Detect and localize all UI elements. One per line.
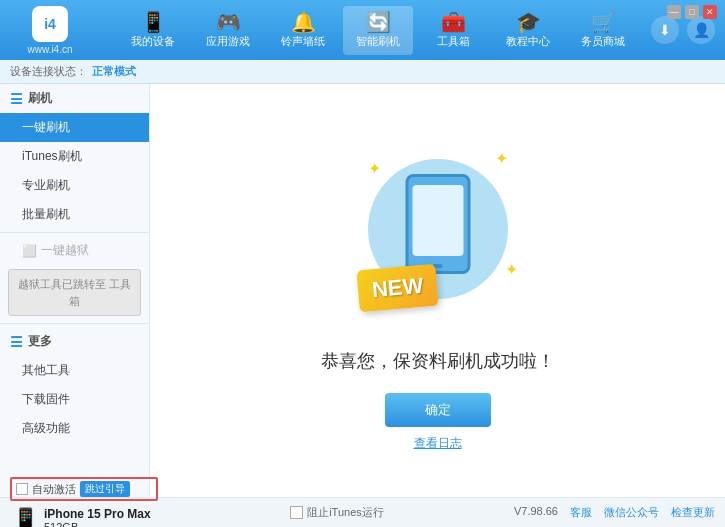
- device-details: iPhone 15 Pro Max 512GB iPhone: [44, 507, 151, 527]
- nav-ringtones-label: 铃声墙纸: [281, 34, 325, 49]
- nav-tutorial-label: 教程中心: [506, 34, 550, 49]
- service-icon: 🛒: [591, 12, 616, 32]
- nav-my-device[interactable]: 📱 我的设备: [118, 6, 188, 55]
- sidebar-more-header: ☰ 更多: [0, 327, 149, 356]
- logo-text: www.i4.cn: [27, 44, 72, 55]
- bottom-right: V7.98.66 客服 微信公众号 检查更新: [514, 505, 715, 520]
- itunes-checkbox[interactable]: [290, 506, 303, 519]
- sidebar-item-batch-flash[interactable]: 批量刷机: [0, 200, 149, 229]
- download-btn[interactable]: ⬇: [651, 16, 679, 44]
- my-device-icon: 📱: [141, 12, 166, 32]
- logo-icon: i4: [32, 6, 68, 42]
- version-label: V7.98.66: [514, 505, 558, 520]
- nav-smart-flash[interactable]: 🔄 智能刷机: [343, 6, 413, 55]
- sidebar-item-other-tools[interactable]: 其他工具: [0, 356, 149, 385]
- success-illustration: ✦ ✦ ✦ NEW: [338, 129, 538, 329]
- nav-tutorial[interactable]: 🎓 教程中心: [493, 6, 563, 55]
- itunes-block: 阻止iTunes运行: [290, 505, 384, 520]
- more-section-label: 更多: [28, 333, 52, 350]
- sparkle-3: ✦: [505, 260, 518, 279]
- main-layout: ☰ 刷机 一键刷机 iTunes刷机 专业刷机 批量刷机 ⬜ 一键越狱 越狱工具…: [0, 84, 725, 497]
- nav-ringtones[interactable]: 🔔 铃声墙纸: [268, 6, 338, 55]
- bottom-left: 自动激活 跳过引导 📱 iPhone 15 Pro Max 512GB iPho…: [10, 477, 160, 527]
- nav-service[interactable]: 🛒 务员商城: [568, 6, 638, 55]
- guide-btn[interactable]: 跳过引导: [80, 481, 130, 497]
- sidebar-item-one-key-flash[interactable]: 一键刷机: [0, 113, 149, 142]
- sidebar-item-pro-flash[interactable]: 专业刷机: [0, 171, 149, 200]
- status-bar: 设备连接状态： 正常模式: [0, 60, 725, 84]
- status-prefix: 设备连接状态：: [10, 64, 87, 79]
- smart-flash-icon: 🔄: [366, 12, 391, 32]
- auto-activate-checkbox[interactable]: [16, 483, 28, 495]
- rescue-disabled-box: 越狱工具已跳转至 工具箱: [8, 269, 141, 316]
- header-right: ⬇ 👤: [651, 16, 715, 44]
- divider-1: [0, 232, 149, 233]
- confirm-button[interactable]: 确定: [385, 393, 491, 427]
- nav-toolbox[interactable]: 🧰 工具箱: [418, 6, 488, 55]
- minimize-button[interactable]: —: [667, 5, 681, 19]
- rescue-disabled-text: 越狱工具已跳转至 工具箱: [18, 278, 131, 307]
- flash-section-label: 刷机: [28, 90, 52, 107]
- itunes-label: 阻止iTunes运行: [307, 505, 384, 520]
- ringtones-icon: 🔔: [291, 12, 316, 32]
- sparkle-2: ✦: [495, 149, 508, 168]
- user-btn[interactable]: 👤: [687, 16, 715, 44]
- bottom-center: 阻止iTunes运行: [160, 505, 514, 520]
- logo-area: i4 www.i4.cn: [10, 6, 90, 55]
- maximize-button[interactable]: □: [685, 5, 699, 19]
- device-storage: 512GB: [44, 521, 151, 527]
- success-message: 恭喜您，保资料刷机成功啦！: [321, 349, 555, 373]
- nav-my-device-label: 我的设备: [131, 34, 175, 49]
- sidebar-flash-header: ☰ 刷机: [0, 84, 149, 113]
- device-phone-icon: 📱: [12, 507, 39, 527]
- link-check-update[interactable]: 检查更新: [671, 505, 715, 520]
- new-badge: NEW: [356, 264, 439, 313]
- auto-activate-label: 自动激活: [32, 482, 76, 497]
- device-info: 📱 iPhone 15 Pro Max 512GB iPhone: [10, 503, 158, 527]
- sidebar-item-advanced[interactable]: 高级功能: [0, 414, 149, 443]
- device-header: 自动激活 跳过引导: [10, 477, 158, 501]
- rescue-label: 一键越狱: [41, 242, 89, 259]
- content-area: ✦ ✦ ✦ NEW 恭喜您，保资料刷机成功啦！ 确定 查看日志: [150, 84, 725, 497]
- sparkle-1: ✦: [368, 159, 381, 178]
- nav-items: 📱 我的设备 🎮 应用游戏 🔔 铃声墙纸 🔄 智能刷机 🧰 工具箱 🎓: [105, 6, 651, 55]
- phone-screen: [412, 185, 463, 256]
- nav-toolbox-label: 工具箱: [437, 34, 470, 49]
- header: i4 www.i4.cn 📱 我的设备 🎮 应用游戏 🔔 铃声墙纸 🔄 智能刷机: [0, 0, 725, 60]
- window-controls: — □ ✕: [667, 5, 717, 19]
- sidebar-item-download-firmware[interactable]: 下载固件: [0, 385, 149, 414]
- close-button[interactable]: ✕: [703, 5, 717, 19]
- sidebar-item-itunes-flash[interactable]: iTunes刷机: [0, 142, 149, 171]
- nav-service-label: 务员商城: [581, 34, 625, 49]
- status-value: 正常模式: [92, 64, 136, 79]
- nav-smart-flash-label: 智能刷机: [356, 34, 400, 49]
- phone-shape: [405, 174, 470, 274]
- divider-2: [0, 323, 149, 324]
- nav-apps-games[interactable]: 🎮 应用游戏: [193, 6, 263, 55]
- tutorial-icon: 🎓: [516, 12, 541, 32]
- link-wechat[interactable]: 微信公众号: [604, 505, 659, 520]
- more-section-icon: ☰: [10, 334, 23, 350]
- link-home[interactable]: 客服: [570, 505, 592, 520]
- apps-games-icon: 🎮: [216, 12, 241, 32]
- rescue-icon: ⬜: [22, 244, 37, 258]
- bottom-bar: 自动激活 跳过引导 📱 iPhone 15 Pro Max 512GB iPho…: [0, 497, 725, 527]
- flash-section-icon: ☰: [10, 91, 23, 107]
- device-area: 自动激活 跳过引导 📱 iPhone 15 Pro Max 512GB iPho…: [10, 477, 158, 527]
- log-link[interactable]: 查看日志: [414, 435, 462, 452]
- sidebar: ☰ 刷机 一键刷机 iTunes刷机 专业刷机 批量刷机 ⬜ 一键越狱 越狱工具…: [0, 84, 150, 497]
- sidebar-rescue-header: ⬜ 一键越狱: [0, 236, 149, 265]
- toolbox-icon: 🧰: [441, 12, 466, 32]
- device-name: iPhone 15 Pro Max: [44, 507, 151, 521]
- nav-apps-games-label: 应用游戏: [206, 34, 250, 49]
